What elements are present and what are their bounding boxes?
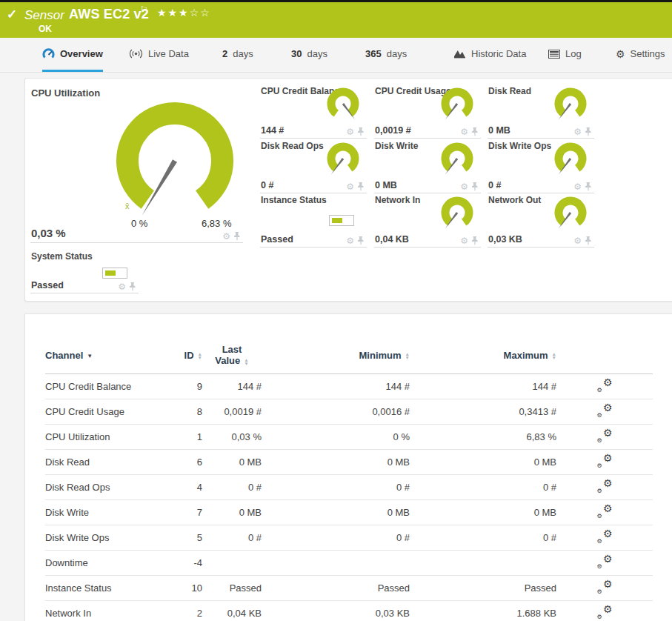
pin-icon[interactable] — [233, 232, 241, 241]
gear-icon[interactable]: ⚙ — [460, 236, 468, 245]
tab-settings[interactable]: ⚙ Settings — [616, 38, 665, 72]
tab-365-days[interactable]: 365 days — [365, 38, 407, 72]
column-header-minimum[interactable]: Minimum▲▼ — [262, 333, 410, 374]
table-row[interactable]: CPU Credit Balance 9 144 # 144 # 144 # ⚙… — [45, 374, 653, 399]
gear-icon[interactable]: ⚙ — [222, 232, 230, 241]
tab-live-data[interactable]: Live Data — [129, 38, 189, 72]
gauge-panel-system-status[interactable]: System Status Passed ⚙ — [30, 249, 139, 293]
gauge-value: 0,0019 # — [375, 125, 411, 136]
gear-icon[interactable]: ⚙ — [460, 182, 468, 191]
gear-icon[interactable]: ⚙ — [573, 127, 582, 136]
gauge-panel-cpu-credit-usage[interactable]: CPU Credit Usage 0,0019 # ⚙ — [374, 84, 481, 139]
cell-maximum — [410, 551, 556, 576]
channel-settings-icon[interactable]: ⚙⚙ — [597, 430, 613, 442]
pin-icon[interactable] — [129, 282, 136, 291]
gauge-panel-cpu-utilization[interactable]: CPU Utilization x̄ 0 % 6,83 % 0,03 % ⚙ — [30, 84, 243, 243]
gauge-title: CPU Utilization — [31, 87, 100, 99]
column-header-channel[interactable]: Channel▼ — [45, 333, 156, 374]
gauge-panel-disk-write-ops[interactable]: Disk Write Ops 0 # ⚙ — [488, 139, 594, 193]
cell-channel[interactable]: Downtime — [45, 551, 156, 576]
cell-channel[interactable]: CPU Credit Balance — [45, 374, 156, 399]
table-row[interactable]: Disk Read 6 0 MB 0 MB 0 MB ⚙⚙ — [45, 450, 653, 475]
table-row[interactable]: CPU Credit Usage 8 0,0019 # 0,0016 # 0,3… — [45, 399, 653, 425]
tab-30-days[interactable]: 30 days — [291, 38, 327, 72]
gauge-panel-instance-status[interactable]: Instance Status Passed ⚙ — [260, 193, 367, 248]
tab-label: Log — [565, 48, 582, 59]
sensor-kind-label: Sensor — [24, 8, 64, 23]
area-chart-icon — [453, 49, 466, 59]
cell-id: 10 — [156, 576, 202, 601]
gauge-panel-cpu-credit-balance[interactable]: CPU Credit Balance 144 # ⚙ — [260, 84, 367, 139]
column-header-id[interactable]: ID▲▼ — [156, 333, 202, 374]
cell-channel[interactable]: Disk Read Ops — [45, 475, 156, 500]
pin-icon[interactable] — [471, 182, 479, 191]
gear-icon[interactable]: ⚙ — [346, 182, 354, 191]
tab-label: Historic Data — [471, 48, 526, 59]
channel-settings-icon[interactable]: ⚙⚙ — [597, 505, 613, 518]
cell-channel[interactable]: Instance Status — [45, 576, 156, 601]
gear-icon[interactable]: ⚙ — [573, 182, 582, 191]
table-row[interactable]: Downtime -4 ⚙⚙ — [45, 551, 653, 576]
gauge-panel-disk-read[interactable]: Disk Read 0 MB ⚙ — [488, 84, 594, 139]
sensor-title: AWS EC2 v2 — [69, 7, 149, 22]
cell-channel[interactable]: Network In — [45, 601, 156, 621]
header-label: Maximum — [504, 350, 548, 361]
gauge-value: 0,04 KB — [375, 234, 409, 245]
channel-settings-icon[interactable]: ⚙⚙ — [597, 455, 613, 468]
gear-icon[interactable]: ⚙ — [346, 127, 354, 136]
tab-historic-data[interactable]: Historic Data — [453, 38, 526, 72]
gauge-panel-network-out[interactable]: Network Out 0,03 KB ⚙ — [488, 193, 594, 248]
channel-settings-icon[interactable]: ⚙⚙ — [597, 581, 613, 594]
sort-icon: ▲▼ — [244, 358, 248, 365]
table-row[interactable]: Disk Read Ops 4 0 # 0 # 0 # ⚙⚙ — [45, 475, 653, 500]
cell-channel[interactable]: Disk Read — [45, 450, 156, 475]
tab-2-days[interactable]: 2 days — [222, 38, 253, 72]
pin-icon[interactable] — [471, 127, 479, 136]
priority-stars[interactable]: ★★★☆☆ — [157, 7, 211, 19]
gear-icon[interactable]: ⚙ — [118, 282, 126, 291]
gear-icon[interactable]: ⚙ — [460, 127, 468, 136]
column-header-last-value[interactable]: Last Value▲▼ — [202, 333, 262, 374]
cell-channel[interactable]: Disk Write — [45, 500, 156, 525]
gauge-panel-network-in[interactable]: Network In 0,04 KB ⚙ — [374, 193, 481, 248]
tab-log[interactable]: Log — [548, 38, 582, 72]
pin-icon[interactable] — [585, 127, 592, 136]
tab-overview[interactable]: Overview — [42, 38, 103, 72]
channel-settings-icon[interactable]: ⚙⚙ — [597, 379, 613, 392]
cell-minimum: 144 # — [262, 374, 410, 399]
gauge-value: Passed — [31, 280, 64, 290]
cell-last-value: 0 # — [202, 475, 262, 500]
cell-last-value: 144 # — [202, 374, 262, 399]
channel-settings-icon[interactable]: ⚙⚙ — [597, 606, 613, 619]
gauge-panel-disk-write[interactable]: Disk Write 0 MB ⚙ — [374, 139, 481, 193]
cell-channel[interactable]: CPU Utilization — [45, 425, 156, 450]
flag-icon[interactable]: ⚐ — [140, 4, 148, 15]
pin-icon[interactable] — [357, 127, 365, 136]
table-row[interactable]: CPU Utilization 1 0,03 % 0 % 6,83 % ⚙⚙ — [45, 425, 653, 450]
gear-icon[interactable]: ⚙ — [346, 236, 354, 245]
gauge-value: 144 # — [261, 125, 284, 136]
sorted-desc-icon: ▼ — [87, 353, 93, 359]
channel-settings-icon[interactable]: ⚙⚙ — [597, 480, 613, 493]
table-row[interactable]: Disk Write Ops 5 0 # 0 # 0 # ⚙⚙ — [45, 525, 653, 551]
column-header-maximum[interactable]: Maximum▲▼ — [410, 333, 556, 374]
table-row[interactable]: Instance Status 10 Passed Passed Passed … — [45, 576, 653, 601]
pin-icon[interactable] — [585, 236, 592, 245]
pin-icon[interactable] — [585, 182, 592, 191]
channel-settings-icon[interactable]: ⚙⚙ — [597, 531, 613, 543]
cell-id: 5 — [156, 525, 202, 551]
cell-channel[interactable]: Disk Write Ops — [45, 525, 156, 551]
pin-icon[interactable] — [471, 236, 479, 245]
gauge-panel-disk-read-ops[interactable]: Disk Read Ops 0 # ⚙ — [260, 139, 367, 193]
gauge-title: Network In — [375, 195, 420, 205]
pin-icon[interactable] — [357, 182, 365, 191]
table-row[interactable]: Network In 2 0,04 KB 0,03 KB 1.688 KB ⚙⚙ — [45, 601, 653, 621]
cell-last-value: 0 MB — [202, 450, 262, 475]
channel-settings-icon[interactable]: ⚙⚙ — [597, 405, 613, 417]
pin-icon[interactable] — [357, 236, 365, 245]
gear-icon[interactable]: ⚙ — [573, 236, 582, 245]
channel-settings-icon[interactable]: ⚙⚙ — [597, 556, 613, 568]
sort-icon: ▲▼ — [198, 352, 202, 359]
cell-channel[interactable]: CPU Credit Usage — [45, 399, 156, 425]
table-row[interactable]: Disk Write 7 0 MB 0 MB 0 MB ⚙⚙ — [45, 500, 653, 525]
